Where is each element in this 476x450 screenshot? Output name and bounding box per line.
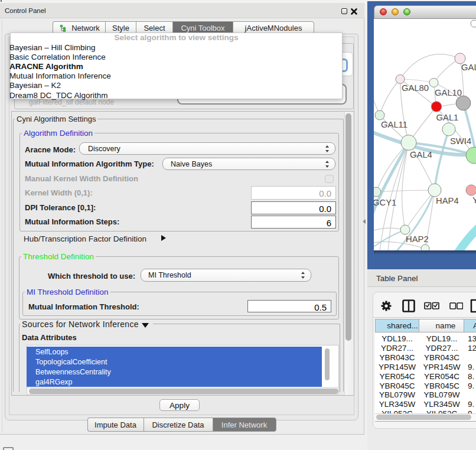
svg-text:GAL80: GAL80 xyxy=(402,83,429,93)
svg-text:SWI4: SWI4 xyxy=(450,136,471,146)
svg-text:GAL11: GAL11 xyxy=(381,120,407,129)
svg-text:GAL10: GAL10 xyxy=(435,88,462,97)
svg-text:Y: Y xyxy=(472,195,476,205)
svg-text:GCY1: GCY1 xyxy=(374,198,396,207)
svg-text:HAP2: HAP2 xyxy=(406,234,429,244)
svg-text:GAL1: GAL1 xyxy=(436,113,459,122)
svg-text:HAP4: HAP4 xyxy=(436,196,459,206)
svg-text:GAL2: GAL2 xyxy=(461,63,476,72)
svg-text:GAL4: GAL4 xyxy=(410,150,432,159)
